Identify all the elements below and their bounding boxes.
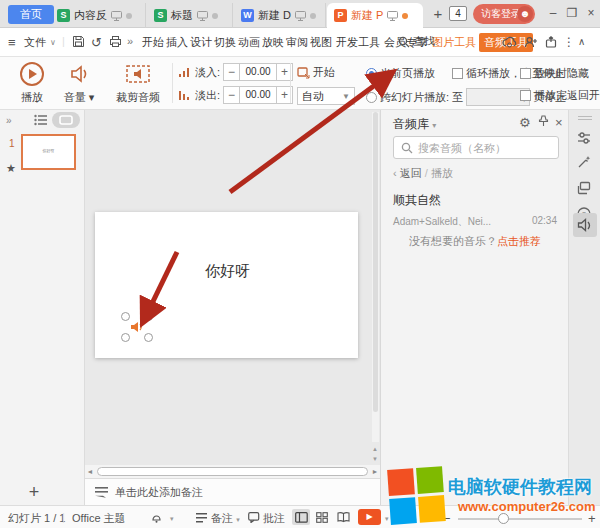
normal-view-button[interactable] <box>292 509 310 525</box>
share-icon[interactable] <box>545 36 558 48</box>
close-panel-icon[interactable]: × <box>555 115 563 130</box>
tab-writer-doc[interactable]: W 新建 D <box>234 3 326 28</box>
fade-in-value[interactable]: 00.00 <box>239 64 277 80</box>
slide-text[interactable]: 你好呀 <box>205 262 250 281</box>
chevron-down-icon[interactable]: ▾ <box>170 515 174 523</box>
animation-star-icon[interactable]: ★ <box>6 162 16 175</box>
theme-name[interactable]: Office 主题 <box>72 511 126 526</box>
bell-icon[interactable] <box>150 511 163 524</box>
properties-sliders-icon[interactable] <box>576 130 594 148</box>
tab-presentation-active[interactable]: P 新建 P <box>327 3 423 28</box>
scrollbar-thumb[interactable] <box>97 467 368 476</box>
play-audio-button[interactable]: 播放 <box>15 61 49 105</box>
maximize-button[interactable]: ❐ <box>564 5 580 21</box>
scroll-left-icon[interactable]: ◄ <box>85 468 95 475</box>
pin-icon[interactable] <box>538 115 549 127</box>
menu-insert[interactable]: 插入 <box>166 35 188 50</box>
home-tab[interactable]: 首页 <box>8 5 54 24</box>
slideshow-play-button[interactable]: ▶ <box>358 509 381 525</box>
print-icon[interactable] <box>109 35 122 48</box>
audio-object[interactable] <box>123 314 151 340</box>
selection-handle[interactable] <box>144 333 153 342</box>
file-menu[interactable]: 文件 <box>24 35 46 50</box>
horizontal-scrollbar[interactable]: ◄ ► <box>85 465 380 478</box>
add-slide-button[interactable]: + <box>24 482 44 503</box>
checkbox-rewind[interactable] <box>520 90 531 101</box>
menu-design[interactable]: 设计 <box>190 35 212 50</box>
minimize-button[interactable]: – <box>545 5 561 21</box>
chevron-down-icon[interactable]: ∨ <box>50 38 56 47</box>
smart-beautify-wand-icon[interactable] <box>576 154 594 172</box>
selection-handle[interactable] <box>121 312 130 321</box>
slide-canvas[interactable]: 你好呀 ▲ ▼ <box>85 110 380 465</box>
collapse-panel-icon[interactable]: » <box>6 115 12 126</box>
menu-picture-tools[interactable]: 图片工具 <box>432 35 476 50</box>
undo-icon[interactable]: ↺ <box>91 35 102 50</box>
zoom-slider-knob[interactable] <box>498 513 509 524</box>
reading-view-button[interactable] <box>334 509 352 525</box>
zoom-in-button[interactable]: + <box>588 511 596 526</box>
song-list-item[interactable]: 顺其自然 Adam+Salkeld、Nei... 02:34 <box>393 192 557 229</box>
checkbox-hide[interactable] <box>520 68 531 79</box>
panel-title[interactable]: 音频库 ▾ <box>393 116 436 133</box>
slide[interactable]: 你好呀 <box>95 212 358 358</box>
panel-grip-handle[interactable] <box>578 116 592 120</box>
decrease-button[interactable]: − <box>224 87 239 103</box>
trim-audio-button[interactable]: 裁剪音频 <box>112 61 164 105</box>
menu-transition[interactable]: 切换 <box>214 35 236 50</box>
guest-login-button[interactable]: 访客登录 ☻ <box>473 4 535 24</box>
radio-selected[interactable] <box>366 68 377 79</box>
slide-view-toggle[interactable] <box>52 112 80 128</box>
outline-view-icon[interactable] <box>34 114 48 126</box>
zoom-out-button[interactable]: − <box>443 511 451 526</box>
cloud-sync-icon[interactable] <box>502 36 517 48</box>
menu-review[interactable]: 审阅 <box>286 35 308 50</box>
chevron-down-icon[interactable]: ▾ <box>385 515 389 523</box>
decrease-button[interactable]: − <box>224 64 239 80</box>
fade-in-stepper[interactable]: − 00.00 + <box>223 63 293 81</box>
slide-sorter-view-button[interactable] <box>313 509 331 525</box>
scroll-right-icon[interactable]: ► <box>370 468 380 475</box>
new-tab-button[interactable]: + <box>428 4 448 24</box>
hamburger-icon[interactable]: ≡ <box>8 35 16 50</box>
rewind-option[interactable]: 播放完返回开头 <box>520 88 600 103</box>
find-button[interactable]: 查找 <box>398 34 435 49</box>
fade-out-value[interactable]: 00.00 <box>239 87 277 103</box>
hide-option[interactable]: 放映时隐藏 <box>520 66 589 81</box>
layout-layers-icon[interactable] <box>576 180 594 198</box>
search-input[interactable] <box>418 142 548 154</box>
radio-unselected[interactable] <box>366 92 377 103</box>
scroll-down-icon[interactable]: ▼ <box>371 456 379 462</box>
selection-handle[interactable] <box>121 333 130 342</box>
audio-panel-toggle-active[interactable] <box>573 213 597 237</box>
scrollbar-thumb[interactable] <box>373 112 378 412</box>
close-button[interactable]: × <box>583 5 599 21</box>
volume-button[interactable]: 音量 ▾ <box>60 61 98 105</box>
menu-start[interactable]: 开始 <box>142 35 164 50</box>
more-menu-icon[interactable]: ⋮ <box>563 35 575 49</box>
audio-search-box[interactable] <box>393 136 559 159</box>
recommend-link[interactable]: 点击推荐 <box>497 235 541 247</box>
vertical-scrollbar[interactable] <box>372 112 379 442</box>
tab-spreadsheet-2[interactable]: S 标题 <box>147 3 233 28</box>
checkbox-loop[interactable] <box>452 68 463 79</box>
tab-spreadsheet-1[interactable]: S 内容反 <box>50 3 146 28</box>
start-mode-dropdown[interactable]: 自动▼ <box>297 87 355 105</box>
fade-out-stepper[interactable]: − 00.00 + <box>223 86 293 104</box>
scroll-up-icon[interactable]: ▲ <box>371 446 379 452</box>
menu-animation[interactable]: 动画 <box>238 35 260 50</box>
save-icon[interactable] <box>72 35 85 48</box>
back-chevron-icon[interactable]: ‹ <box>393 167 397 179</box>
notes-bar[interactable]: 单击此处添加备注 <box>85 478 380 505</box>
more-commands[interactable]: » <box>127 35 133 47</box>
current-page-option[interactable]: 当前页播放 <box>366 66 435 81</box>
menu-slideshow[interactable]: 放映 <box>262 35 284 50</box>
notes-placeholder[interactable]: 单击此处添加备注 <box>115 485 203 500</box>
invite-user-icon[interactable] <box>524 36 538 48</box>
notes-toggle[interactable]: 备注 ▾ <box>196 511 240 526</box>
menu-view[interactable]: 视图 <box>310 35 332 50</box>
gear-icon[interactable]: ⚙ <box>519 115 531 130</box>
back-link[interactable]: 返回 <box>400 167 422 179</box>
comments-toggle[interactable]: 批注 <box>248 511 285 526</box>
selection-handle[interactable] <box>144 312 153 321</box>
